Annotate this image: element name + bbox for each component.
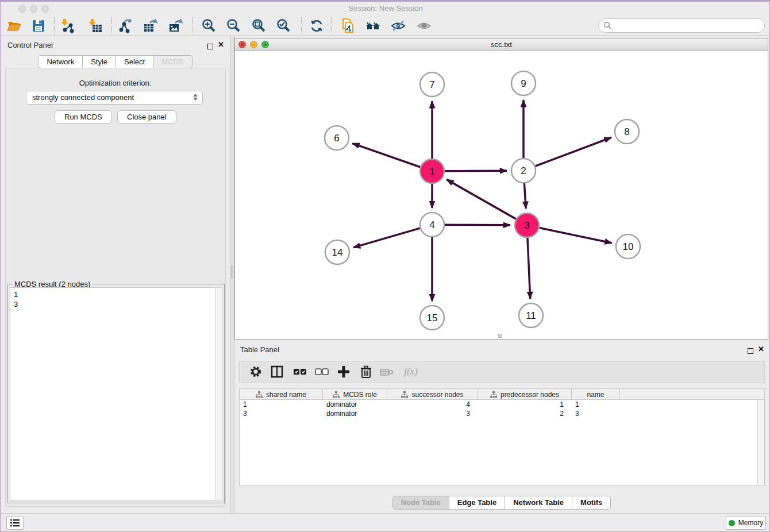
zoom-selected-icon[interactable]	[276, 18, 291, 33]
duplicate-network-icon[interactable]	[341, 18, 356, 33]
graph-node-label: 1	[429, 166, 434, 177]
tree-icon	[401, 391, 408, 398]
close-panel-icon[interactable]: ✕	[218, 41, 224, 49]
add-column-icon[interactable]	[336, 365, 351, 380]
cell-successor-nodes[interactable]: 3	[387, 409, 478, 418]
export-image-icon[interactable]	[168, 18, 183, 33]
open-session-icon[interactable]	[7, 18, 22, 33]
memory-label: Memory	[738, 519, 763, 527]
memory-button[interactable]: Memory	[726, 516, 766, 530]
cell-name[interactable]: 1	[572, 400, 620, 409]
graph-node-label: 3	[524, 220, 529, 231]
tab-motifs[interactable]: Motifs	[572, 496, 611, 510]
zoom-in-icon[interactable]	[201, 18, 216, 33]
result-scrollbar[interactable]	[215, 287, 222, 501]
show-columns-icon[interactable]	[270, 365, 284, 380]
splitter-grip[interactable]	[231, 266, 233, 279]
cell-mcds-role[interactable]: dominator	[323, 409, 387, 418]
network-resize-grip[interactable]	[498, 334, 502, 338]
main-toolbar	[1, 16, 770, 36]
graph-edge-3-11[interactable]	[528, 238, 530, 299]
run-mcds-button[interactable]: Run MCDS	[55, 110, 112, 124]
cell-shared-name[interactable]: 3	[240, 409, 323, 418]
column-header-name[interactable]: name	[572, 389, 620, 400]
export-network-icon[interactable]	[118, 18, 133, 33]
graph-node-label: 4	[429, 219, 434, 230]
graph-edge-4-14[interactable]	[353, 228, 420, 248]
function-builder-icon[interactable]: f(x)	[399, 365, 422, 380]
cell-predecessor-nodes[interactable]: 1	[478, 400, 572, 409]
cell-name[interactable]: 3	[572, 409, 620, 418]
select-all-rows-icon[interactable]	[292, 365, 307, 380]
network-close-icon[interactable]: ✕	[238, 41, 246, 48]
table-row[interactable]: 3 dominator 3 2 3	[240, 409, 764, 418]
task-history-button[interactable]	[6, 516, 24, 530]
panel-splitter[interactable]	[230, 36, 234, 513]
toolbar-separator	[192, 17, 192, 34]
column-header-shared-name[interactable]: shared name	[240, 389, 323, 400]
network-maximize-icon[interactable]: +	[261, 41, 269, 48]
column-header-mcds-role[interactable]: MCDS role	[323, 389, 387, 400]
tab-style[interactable]: Style	[83, 55, 116, 68]
column-header-predecessor-nodes[interactable]: predecessor nodes	[478, 389, 572, 400]
hide-selected-eye-icon[interactable]	[391, 18, 406, 33]
show-all-eye-icon[interactable]	[417, 18, 432, 33]
graph-edge-1-6[interactable]	[352, 144, 420, 167]
import-table-icon[interactable]	[88, 18, 103, 33]
graph-edge-1-2[interactable]	[445, 171, 507, 171]
graph-edge-2-3[interactable]	[524, 183, 526, 209]
zoom-window-button[interactable]	[41, 5, 49, 13]
node-table: shared name MCDS role successor nodes pr…	[239, 388, 765, 486]
toolbar-separator	[54, 17, 55, 34]
mcds-result-list[interactable]: 1 3	[10, 287, 215, 501]
import-network-icon[interactable]	[60, 18, 75, 33]
delete-column-trash-icon[interactable]	[359, 365, 374, 380]
cell-predecessor-nodes[interactable]: 2	[478, 409, 572, 418]
cell-successor-nodes[interactable]: 4	[387, 400, 478, 409]
zoom-fit-icon[interactable]	[251, 18, 266, 33]
home-neighbors-icon[interactable]	[365, 18, 380, 33]
float-panel-icon[interactable]	[207, 41, 213, 52]
network-minimize-icon[interactable]: −	[250, 41, 257, 48]
tab-mcds[interactable]: MCDS	[153, 55, 192, 68]
criterion-dropdown[interactable]: strongly connected component	[26, 91, 203, 105]
deselect-all-rows-icon[interactable]	[314, 365, 329, 380]
graph-edge-3-10[interactable]	[540, 228, 612, 244]
network-canvas[interactable]: 7968124314101511	[235, 51, 768, 339]
export-table-icon[interactable]	[143, 18, 158, 33]
tab-network-table[interactable]: Network Table	[505, 496, 572, 510]
table-scrollbar[interactable]	[757, 400, 764, 485]
graph-edge-3-1[interactable]	[446, 179, 516, 219]
delete-table-icon[interactable]	[379, 365, 394, 380]
cell-shared-name[interactable]: 1	[240, 400, 323, 409]
search-input[interactable]	[612, 21, 756, 30]
tab-edge-table[interactable]: Edge Table	[449, 496, 505, 510]
tab-network[interactable]: Network	[38, 55, 83, 68]
graph-edge-4-3[interactable]	[445, 225, 510, 225]
close-window-button[interactable]	[18, 5, 26, 13]
mcds-result-group: MCDS result (2 nodes) 1 3	[7, 284, 225, 503]
cell-mcds-role[interactable]: dominator	[323, 400, 387, 409]
tab-node-table[interactable]: Node Table	[392, 496, 449, 510]
graph-node-label: 2	[521, 165, 526, 176]
result-item: 3	[10, 299, 215, 309]
search-field[interactable]	[598, 18, 765, 33]
column-header-successor-nodes[interactable]: successor nodes	[387, 389, 478, 400]
refresh-icon[interactable]	[309, 18, 324, 33]
zoom-out-icon[interactable]	[226, 18, 241, 33]
table-settings-gear-icon[interactable]	[248, 365, 263, 380]
save-session-icon[interactable]	[31, 18, 46, 33]
network-title: scc.txt	[235, 38, 768, 51]
network-window-titlebar[interactable]: ✕ − + scc.txt	[235, 38, 768, 51]
toolbar-separator	[301, 17, 302, 34]
close-panel-button[interactable]: Close panel	[117, 110, 176, 124]
close-table-panel-icon[interactable]: ✕	[758, 345, 764, 353]
graph-node-label: 6	[334, 133, 339, 144]
table-panel-title: Table Panel	[240, 345, 279, 354]
optimization-criterion-label: Optimization criterion:	[1, 79, 230, 87]
table-row[interactable]: 1 dominator 4 1 1	[240, 400, 764, 409]
tab-select[interactable]: Select	[116, 55, 153, 68]
minimize-window-button[interactable]	[30, 5, 37, 13]
graph-edge-2-8[interactable]	[536, 137, 611, 166]
float-table-panel-icon[interactable]	[748, 346, 753, 356]
